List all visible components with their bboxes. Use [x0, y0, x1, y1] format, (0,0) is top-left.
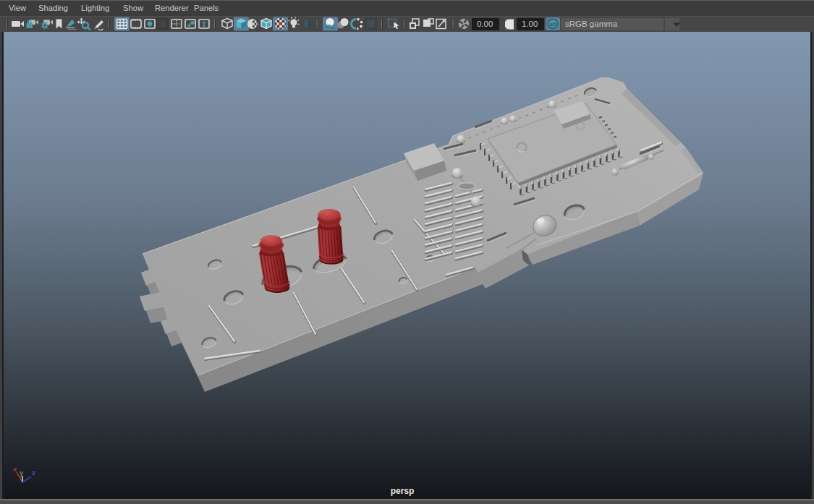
svg-text:z: z [32, 469, 35, 477]
svg-text:x: x [13, 465, 17, 473]
svg-text:y: y [20, 469, 24, 477]
svg-text:T: T [201, 20, 206, 28]
svg-text:persp: persp [391, 486, 415, 496]
svg-text:a|b: a|b [550, 22, 556, 27]
